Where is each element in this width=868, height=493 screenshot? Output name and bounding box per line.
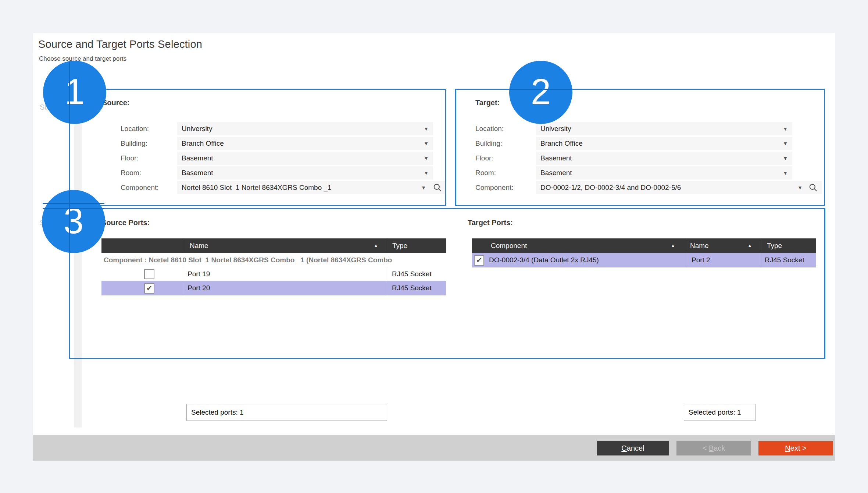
source-component-dropdown[interactable]: Nortel 8610 Slot 1 Nortel 8634XGRS Combo… [177, 181, 445, 194]
source-floor-dropdown[interactable]: Basement ▼ [177, 152, 433, 165]
chevron-down-icon[interactable]: ▼ [783, 166, 788, 180]
table-bottom-border [101, 295, 446, 295]
column-divider [388, 267, 388, 281]
port-type-cell: RJ45 Socket [392, 267, 432, 281]
port-name-cell: Port 19 [187, 267, 210, 281]
table-bottom-border [472, 267, 816, 267]
target-selected-ports-text: Selected ports: 1 [689, 404, 741, 421]
column-divider [761, 253, 761, 267]
target-heading: Target: [475, 99, 500, 107]
source-room-value: Basement [182, 166, 213, 180]
target-building-label: Building: [475, 137, 502, 150]
target-location-value: University [540, 122, 571, 135]
target-room-dropdown[interactable]: Basement ▼ [536, 166, 792, 180]
callout-1-badge: 1 [43, 61, 106, 124]
port-type-cell: RJ45 Socket [765, 253, 804, 267]
source-floor-value: Basement [182, 152, 213, 165]
search-icon[interactable] [808, 183, 818, 192]
source-location-label: Location: [121, 122, 149, 135]
target-location-dropdown[interactable]: University ▼ [536, 122, 792, 135]
target-ports-heading: Target Ports: [468, 219, 513, 227]
port-name-cell: Port 20 [187, 281, 210, 295]
column-divider [388, 239, 388, 252]
sort-ascending-icon[interactable]: ▲ [374, 238, 378, 253]
target-building-dropdown[interactable]: Branch Office ▼ [536, 137, 792, 150]
column-divider [184, 267, 184, 281]
target-component-label: Component: [475, 181, 514, 194]
source-component-label: Component: [121, 181, 159, 194]
checkbox-checked[interactable]: ✔ [144, 283, 154, 294]
source-location-value: University [182, 122, 212, 135]
target-floor-label: Floor: [475, 152, 493, 165]
port-name-cell: Port 2 [692, 253, 710, 267]
target-room-value: Basement [540, 166, 572, 180]
chevron-down-icon[interactable]: ▼ [424, 152, 429, 165]
checkbox-unchecked[interactable]: ✔ [144, 269, 154, 279]
table-row-do-0002-selected[interactable]: ✔ DO-0002-3/4 (Data Outlet 2x RJ45) Port… [472, 253, 816, 267]
chevron-down-icon[interactable]: ▼ [421, 181, 426, 194]
source-heading: Source: [102, 99, 129, 107]
source-room-label: Room: [121, 166, 141, 180]
target-ports-table-header: Component ▲ Name ▲ Type [472, 238, 816, 253]
target-room-label: Room: [475, 166, 496, 180]
search-icon[interactable] [433, 183, 442, 192]
chevron-down-icon[interactable]: ▼ [783, 152, 788, 165]
column-divider [686, 253, 686, 267]
table-row-port-19[interactable]: ✔ Port 19 RJ45 Socket [101, 267, 446, 281]
panel-border-overlay [510, 89, 572, 90]
port-component-cell: DO-0002-3/4 (Data Outlet 2x RJ45) [489, 253, 599, 267]
column-divider [184, 239, 184, 252]
target-location-label: Location: [475, 122, 504, 135]
callout-2-badge: 2 [509, 61, 572, 124]
panel-border-overlay [43, 208, 104, 209]
target-component-value: DO-0002-1/2, DO-0002-3/4 and DO-0002-5/6 [540, 181, 681, 194]
column-divider [686, 239, 686, 252]
chevron-down-icon[interactable]: ▼ [783, 122, 788, 135]
source-building-label: Building: [121, 137, 147, 150]
component-group-label: Component : Nortel 8610 Slot 1 Nortel 86… [104, 253, 445, 267]
source-floor-label: Floor: [121, 152, 139, 165]
column-header-type[interactable]: Type [392, 238, 407, 253]
column-header-name[interactable]: Name [190, 238, 208, 253]
callout-3-badge: 3 [42, 190, 105, 253]
target-floor-dropdown[interactable]: Basement ▼ [536, 152, 792, 165]
cancel-button[interactable]: Cancel [597, 441, 669, 455]
panel-border-overlay [69, 61, 70, 123]
column-header-name[interactable]: Name [690, 238, 709, 253]
wizard-window: Source and Target Ports Selection Choose… [0, 0, 868, 493]
target-building-value: Branch Office [540, 137, 583, 150]
next-button[interactable]: Next > [758, 441, 833, 455]
source-selected-ports-box: Selected ports: 1 [186, 404, 387, 421]
chevron-down-icon[interactable]: ▼ [783, 137, 788, 150]
target-selected-ports-box: Selected ports: 1 [684, 404, 756, 421]
column-header-type[interactable]: Type [767, 238, 782, 253]
column-divider [761, 239, 761, 252]
back-button[interactable]: < Back [676, 441, 751, 455]
table-row-port-20-selected[interactable]: ✔ Port 20 RJ45 Socket [101, 281, 446, 295]
chevron-down-icon[interactable]: ▼ [797, 181, 803, 194]
sort-ascending-icon[interactable]: ▲ [747, 238, 752, 253]
source-selected-ports-text: Selected ports: 1 [191, 404, 244, 421]
component-group-row: Component : Nortel 8610 Slot 1 Nortel 86… [101, 253, 446, 267]
source-location-dropdown[interactable]: University ▼ [177, 122, 433, 135]
source-component-value: Nortel 8610 Slot 1 Nortel 8634XGRS Combo… [182, 181, 332, 194]
target-component-dropdown[interactable]: DO-0002-1/2, DO-0002-3/4 and DO-0002-5/6… [536, 181, 822, 194]
source-building-dropdown[interactable]: Branch Office ▼ [177, 137, 433, 150]
column-header-component[interactable]: Component [491, 238, 527, 253]
source-room-dropdown[interactable]: Basement ▼ [177, 166, 433, 180]
port-type-cell: RJ45 Socket [392, 281, 432, 295]
target-floor-value: Basement [540, 152, 572, 165]
page-title: Source and Target Ports Selection [38, 38, 202, 50]
panel-border-overlay [43, 203, 104, 204]
source-ports-heading: Source Ports: [101, 219, 150, 227]
panel-border-overlay [69, 191, 70, 252]
column-divider [184, 281, 184, 295]
column-divider [388, 281, 388, 295]
source-building-value: Branch Office [182, 137, 224, 150]
chevron-down-icon[interactable]: ▼ [424, 137, 429, 150]
source-ports-table-header: Name ▲ Type [101, 238, 446, 253]
checkbox-checked[interactable]: ✔ [474, 255, 484, 266]
chevron-down-icon[interactable]: ▼ [424, 122, 429, 135]
chevron-down-icon[interactable]: ▼ [424, 166, 429, 180]
sort-ascending-icon[interactable]: ▲ [671, 238, 675, 253]
